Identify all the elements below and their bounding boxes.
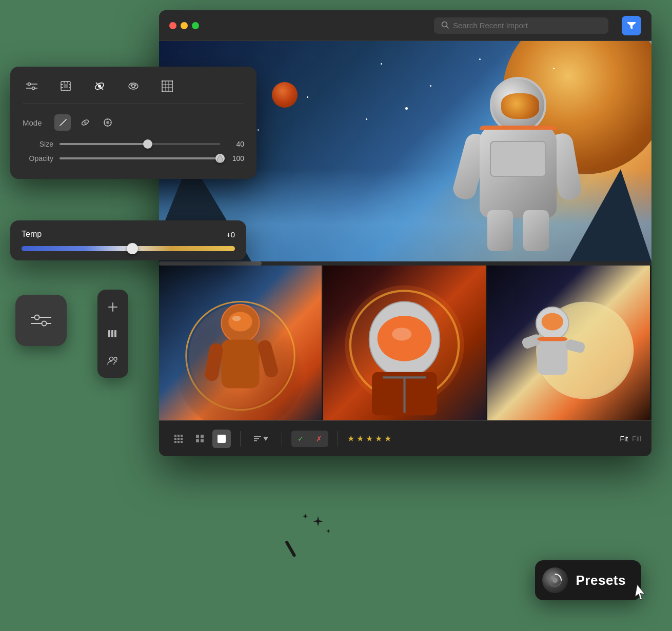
filter-button[interactable] — [622, 16, 641, 35]
svg-rect-38 — [196, 439, 199, 442]
svg-point-57 — [131, 85, 132, 86]
traffic-lights — [169, 22, 199, 29]
star-9 — [405, 107, 408, 110]
star-4 — [430, 85, 431, 87]
star-10 — [553, 68, 555, 69]
flag-group: ✓ ✗ — [291, 431, 328, 447]
presets-label: Presets — [576, 573, 626, 588]
heal-tool-button[interactable] — [90, 77, 109, 95]
astro-leg-left — [487, 210, 513, 251]
thumbnail-2[interactable] — [323, 266, 487, 424]
view-single-button[interactable] — [212, 430, 231, 448]
opacity-slider-row: Opacity 100 — [23, 154, 244, 162]
search-input[interactable] — [453, 21, 601, 30]
thumbnail-3[interactable] — [487, 266, 651, 424]
temp-slider-track[interactable] — [22, 246, 235, 251]
scroll-thumb[interactable] — [159, 261, 262, 266]
astro-body — [480, 126, 557, 218]
sparkle-area — [277, 511, 339, 564]
search-bar — [434, 17, 608, 34]
star-5[interactable]: ★ — [384, 434, 391, 443]
view-options-group — [169, 430, 231, 448]
flag-check-button[interactable]: ✓ — [291, 431, 310, 447]
opacity-slider-thumb[interactable] — [215, 154, 225, 163]
temp-value: +0 — [226, 230, 235, 239]
svg-point-69 — [84, 121, 87, 124]
svg-point-84 — [114, 357, 117, 360]
svg-point-87 — [552, 578, 558, 583]
view-grid-2-button[interactable] — [191, 430, 209, 448]
svg-point-72 — [35, 315, 39, 320]
size-value: 40 — [226, 140, 244, 148]
svg-rect-82 — [114, 330, 116, 337]
star-3[interactable]: ★ — [366, 434, 373, 443]
svg-rect-32 — [181, 438, 183, 440]
thumbnail-1[interactable] — [159, 266, 323, 424]
adjust-button-large[interactable] — [15, 295, 67, 346]
svg-rect-51 — [64, 84, 68, 88]
svg-point-44 — [28, 83, 31, 86]
svg-point-15 — [392, 328, 411, 340]
temp-slider-thumb[interactable] — [127, 243, 138, 254]
astro-visor — [501, 93, 539, 119]
adjust-tool-button[interactable] — [23, 77, 41, 95]
star-4[interactable]: ★ — [375, 434, 382, 443]
star-rating[interactable]: ★ ★ ★ ★ ★ — [347, 434, 391, 443]
size-slider-track[interactable] — [60, 143, 220, 145]
add-media-button[interactable] — [102, 296, 124, 318]
svg-rect-27 — [174, 435, 176, 437]
thumb-1-illustration — [159, 266, 322, 424]
star-2 — [307, 96, 308, 98]
sort-button[interactable] — [250, 433, 272, 445]
grid-tool-button[interactable] — [158, 77, 176, 95]
library-button[interactable] — [102, 322, 124, 345]
fit-label[interactable]: Fit — [620, 435, 628, 443]
svg-point-55 — [129, 83, 138, 89]
size-slider-thumb[interactable] — [143, 139, 152, 149]
star-3 — [381, 63, 382, 65]
mode-label: Mode — [23, 118, 48, 127]
scroll-track[interactable] — [159, 261, 651, 266]
svg-rect-6 — [222, 339, 260, 388]
cursor-arrow — [631, 582, 650, 607]
opacity-label: Opacity — [23, 154, 53, 162]
svg-point-56 — [132, 85, 135, 88]
svg-line-1 — [447, 26, 449, 28]
title-bar — [159, 10, 651, 41]
fill-label[interactable]: Fill — [632, 435, 641, 443]
star-1[interactable]: ★ — [347, 434, 354, 443]
small-planet — [272, 82, 298, 108]
mask-tool-button[interactable] — [124, 77, 143, 95]
fit-fill-group: Fit Fill — [620, 435, 641, 443]
svg-rect-28 — [177, 435, 180, 437]
mode-row: Mode — [23, 114, 244, 131]
svg-rect-23 — [537, 337, 567, 375]
people-button[interactable] — [102, 349, 124, 372]
svg-rect-59 — [162, 81, 172, 91]
opacity-slider-track[interactable] — [60, 157, 220, 159]
brush-mode-button[interactable] — [77, 114, 93, 131]
star-2[interactable]: ★ — [357, 434, 364, 443]
presets-icon — [542, 567, 568, 593]
view-grid-3-button[interactable] — [169, 430, 188, 448]
stamp-mode-button[interactable] — [100, 114, 116, 131]
maximize-button[interactable] — [192, 22, 199, 29]
size-label: Size — [23, 140, 53, 148]
transform-tool-button[interactable] — [56, 77, 75, 95]
svg-point-58 — [135, 85, 136, 86]
presets-button[interactable]: Presets — [535, 560, 641, 600]
star-5 — [479, 58, 481, 60]
astro-leg-right — [523, 210, 549, 251]
eraser-mode-button[interactable] — [54, 114, 71, 131]
opacity-slider-fill — [60, 157, 220, 159]
divider-2 — [282, 431, 282, 446]
close-button[interactable] — [169, 22, 176, 29]
thumb-3-illustration — [487, 266, 650, 424]
bottom-toolbar: ✓ ✗ ★ ★ ★ ★ ★ Fit Fill — [159, 420, 651, 456]
divider-3 — [338, 431, 338, 446]
svg-point-83 — [110, 357, 113, 361]
flag-x-button[interactable]: ✗ — [310, 431, 328, 447]
minimize-button[interactable] — [181, 22, 188, 29]
mountain-right — [569, 169, 651, 261]
svg-point-64 — [162, 80, 163, 82]
